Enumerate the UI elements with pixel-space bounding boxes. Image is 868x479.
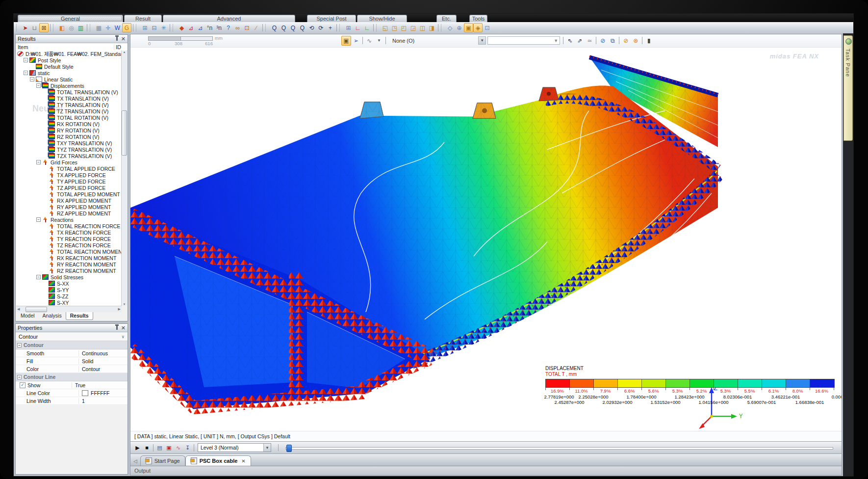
- tree-item-tx-applied-force[interactable]: TX APPLIED FORCE: [16, 172, 122, 178]
- tree-item-tzx-translation-v[interactable]: TZX TRANSLATION (V): [16, 153, 122, 159]
- ribbon-tab-etc[interactable]: Etc.: [436, 15, 457, 22]
- tree-item-ty-translation-v[interactable]: TY TRANSLATION (V): [16, 102, 122, 108]
- tree-item-rz-applied-moment[interactable]: RZ APPLIED MOMENT: [16, 210, 122, 216]
- wireframe-icon[interactable]: ◇: [445, 23, 455, 32]
- link-icon[interactable]: ∞: [233, 23, 242, 32]
- mesh-grid-icon[interactable]: ⊞: [140, 23, 150, 32]
- doc-tab-psc-box-cable[interactable]: PSC Box cable✕: [185, 455, 251, 466]
- save-animation-button[interactable]: ▤: [155, 443, 164, 452]
- contour-display-icon[interactable]: ▣: [341, 36, 351, 46]
- tree-item-tyz-translation-v[interactable]: TYZ TRANSLATION (V): [16, 146, 122, 153]
- tree-item-total-applied-moment[interactable]: TOTAL APPLIED MOMENT: [16, 191, 122, 197]
- select-cursor-icon[interactable]: ➢: [351, 36, 361, 46]
- record-button[interactable]: ▣: [164, 443, 174, 452]
- close-icon[interactable]: ✕: [121, 325, 126, 330]
- grid-icon[interactable]: ▦: [94, 23, 103, 32]
- tree-horizontal-scrollbar[interactable]: ◀▶: [16, 306, 122, 312]
- view-left-icon[interactable]: ◨: [427, 23, 436, 32]
- lock-icon[interactable]: ⊠: [39, 23, 49, 32]
- run-analysis-icon[interactable]: ➤: [21, 23, 30, 32]
- tree-expander-icon[interactable]: −: [36, 83, 41, 88]
- ribbon-tab-advanced[interactable]: Advanced: [163, 15, 295, 22]
- mesh-grid2-icon[interactable]: ⊟: [150, 23, 159, 32]
- tree-expander-icon[interactable]: −: [24, 71, 28, 75]
- hide-selected-icon[interactable]: ⊘: [621, 36, 631, 46]
- tree-expander-icon[interactable]: −: [30, 77, 34, 81]
- show-selected-icon[interactable]: ⊛: [631, 36, 640, 46]
- tab-scroll-left-icon[interactable]: ◁: [133, 458, 137, 464]
- rigid-link-icon[interactable]: ⊡: [242, 23, 252, 32]
- animation-slider[interactable]: [278, 444, 835, 451]
- tree-item-s-xx[interactable]: S-XX: [16, 280, 122, 287]
- pan-icon[interactable]: +: [326, 23, 335, 32]
- view-axis2-icon[interactable]: ∟: [362, 23, 372, 32]
- named-selection-combo[interactable]: ▼: [487, 36, 560, 45]
- tree-item-d-01-01-fea-02-fem-standard[interactable]: D:₩01. 제품₩01. FEA₩02. FEM_Standard...: [16, 51, 122, 57]
- filter-dropdown-button[interactable]: ▼: [478, 36, 486, 45]
- ribbon-tab-tools[interactable]: Tools: [469, 15, 487, 22]
- model-canvas[interactable]: Z Y midas FEA NX DISPLACEMENT TOTAL T , …: [130, 48, 842, 431]
- tree-item-displacements[interactable]: −Displacements: [16, 82, 122, 89]
- doc-tab-start-page[interactable]: Start Page: [140, 455, 185, 466]
- zoom-in-icon[interactable]: Q: [288, 23, 298, 32]
- tree-item-rx-applied-moment[interactable]: RX APPLIED MOMENT: [16, 197, 122, 204]
- tree-item-tz-applied-force[interactable]: TZ APPLIED FORCE: [16, 185, 122, 191]
- select-all-icon[interactable]: ⧉: [608, 36, 617, 46]
- pin-icon[interactable]: [116, 326, 118, 330]
- tree-item-ty-applied-force[interactable]: TY APPLIED FORCE: [16, 178, 122, 185]
- view-top-icon[interactable]: ◳: [390, 23, 399, 32]
- hidden-line-icon[interactable]: ⊕: [455, 23, 464, 32]
- tree-item-total-translation-v[interactable]: TOTAL TRANSLATION (V): [16, 89, 122, 95]
- stop-button[interactable]: ■: [142, 443, 152, 452]
- tree-item-total-reaction-force[interactable]: TOTAL REACTION FORCE: [16, 223, 122, 229]
- tree-item-rx-reaction-moment[interactable]: RX REACTION MOMENT: [16, 255, 122, 261]
- show-solid-icon[interactable]: ◧: [57, 23, 67, 32]
- zoom-fit-icon[interactable]: Q: [279, 23, 288, 32]
- zoom-window-icon[interactable]: Q: [270, 23, 279, 32]
- property-group-contour-line[interactable]: −Contour Line: [16, 373, 128, 381]
- tree-item-s-zz[interactable]: S-ZZ: [16, 293, 122, 299]
- display-mode-icon[interactable]: ▥: [76, 23, 85, 32]
- flag-icon[interactable]: ▮: [644, 36, 654, 46]
- view-right-icon[interactable]: ◲: [408, 23, 418, 32]
- tree-item-tz-reaction-force[interactable]: TZ REACTION FORCE: [16, 242, 122, 248]
- shaded-edge-icon[interactable]: ◈: [473, 23, 483, 32]
- property-row-show[interactable]: ✓ShowTrue: [16, 381, 128, 389]
- property-row-fill[interactable]: FillSolid: [16, 357, 128, 365]
- measure-icon[interactable]: ∕: [252, 23, 261, 32]
- ribbon-tab-result[interactable]: Result: [124, 15, 162, 22]
- node-number-icon[interactable]: °n: [205, 23, 214, 32]
- tree-item-rz-rotation-v[interactable]: RZ ROTATION (V): [16, 133, 122, 140]
- slider-thumb[interactable]: [286, 445, 292, 452]
- tree-item-static[interactable]: −static: [16, 70, 122, 76]
- tree-item-total-rotation-v[interactable]: TOTAL ROTATION (V): [16, 114, 122, 121]
- animation-level-combo[interactable]: Level 3 (Normal) ▼: [198, 443, 271, 452]
- tree-item-s-xy[interactable]: S-XY: [16, 299, 122, 306]
- zoom-out-icon[interactable]: Q: [298, 23, 307, 32]
- tree-item-reactions[interactable]: −Reactions: [16, 216, 122, 223]
- group-collapse-icon[interactable]: −: [17, 343, 22, 347]
- deselect-icon[interactable]: ⊘: [598, 36, 608, 46]
- select-curve-icon[interactable]: ⇖: [565, 36, 575, 46]
- view-grid-icon[interactable]: ⊞: [344, 23, 353, 32]
- tree-item-rx-rotation-v[interactable]: RX ROTATION (V): [16, 121, 122, 127]
- tree-item-post-style[interactable]: −Post Style: [16, 57, 122, 63]
- dock-tab-model[interactable]: Model: [17, 312, 39, 320]
- tree-expander-icon[interactable]: −: [36, 160, 41, 164]
- view-back-icon[interactable]: ◫: [418, 23, 427, 32]
- tree-item-txy-translation-v[interactable]: TXY TRANSLATION (V): [16, 140, 122, 146]
- property-row-smooth[interactable]: SmoothContinuous: [16, 349, 128, 357]
- view-iso-icon[interactable]: ◱: [381, 23, 390, 32]
- ribbon-tab-show-hide[interactable]: Show/Hide: [357, 15, 407, 22]
- gcs-icon[interactable]: G: [122, 23, 131, 32]
- play-button[interactable]: ▶: [133, 443, 142, 452]
- export-button[interactable]: ↧: [183, 443, 192, 452]
- tree-item-linear-static[interactable]: −Linear Static: [16, 76, 122, 82]
- tree-item-s-yy[interactable]: S-YY: [16, 287, 122, 293]
- tree-item-tx-translation-v[interactable]: TX TRANSLATION (V): [16, 95, 122, 102]
- select-curve2-icon[interactable]: ⇗: [575, 36, 585, 46]
- selection-filter-label[interactable]: None (O): [387, 38, 419, 44]
- tree-item-tx-reaction-force[interactable]: TX REACTION FORCE: [16, 229, 122, 236]
- close-icon[interactable]: ✕: [121, 36, 126, 41]
- tree-vertical-scrollbar[interactable]: ▲▼: [121, 51, 127, 306]
